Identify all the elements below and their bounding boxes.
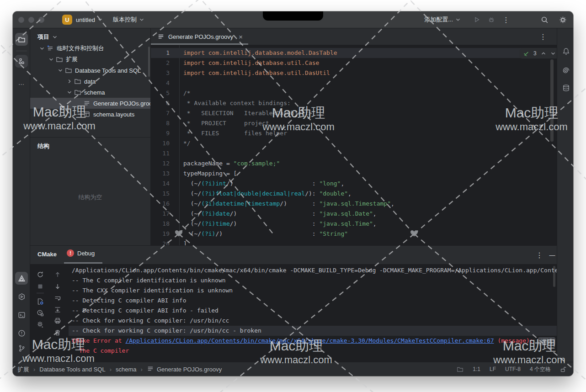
scroll-to-end-icon[interactable] [52, 304, 63, 315]
more-tool-windows-button[interactable]: ⋯ [15, 78, 28, 90]
database-tool-icon[interactable] [559, 81, 572, 94]
breadcrumb-item[interactable]: Database Tools and SQL [39, 366, 105, 373]
soft-wrap-icon[interactable] [52, 293, 63, 304]
notifications-bell-icon[interactable] [559, 45, 572, 58]
reload-cmake-icon[interactable] [35, 269, 46, 280]
kebab-menu-icon[interactable]: ⋮ [534, 249, 545, 260]
cmake-tool-button[interactable] [15, 272, 28, 285]
tree-item[interactable]: data [30, 76, 150, 87]
project-panel-header[interactable]: 项目 [30, 28, 150, 43]
console-line[interactable]: /Applications/CLion.app/Contents/bin/cma… [69, 265, 557, 275]
close-icon[interactable]: × [239, 33, 243, 41]
file-encoding[interactable]: UTF-8 [505, 366, 521, 372]
cmake-debug-tab[interactable]: ! Debug [67, 249, 95, 257]
code-line[interactable]: 1import com.intellij.database.model.DasT… [151, 48, 557, 58]
stop-icon[interactable] [35, 281, 46, 292]
indent-setting[interactable]: 4 个空格 [530, 366, 551, 373]
code-line[interactable]: 10*/ [151, 138, 557, 148]
search-icon[interactable] [538, 14, 550, 26]
chevron-down-icon[interactable] [57, 68, 64, 73]
code-line[interactable]: 2import com.intellij.database.util.Case [151, 58, 557, 68]
code-line[interactable]: 6 * Available context bindings: [151, 98, 557, 108]
code-line[interactable]: 15 (~/(?i)float|double|decimal|real/): "… [151, 189, 557, 199]
line-ending[interactable]: LF [490, 366, 496, 372]
code-line[interactable]: 12packageName = "com.sample;" [151, 159, 557, 169]
tree-item[interactable]: 临时文件和控制台 [30, 43, 150, 54]
console-line[interactable]: -- The C compiler identification is unkn… [69, 275, 557, 286]
breadcrumb-item[interactable]: Generate POJOs.groovy [157, 366, 222, 373]
project-tool-button[interactable] [15, 33, 28, 46]
kebab-menu-icon[interactable]: ⋮ [500, 14, 512, 26]
project-selector[interactable]: untitled [76, 16, 103, 23]
chevron-up-icon[interactable] [541, 51, 546, 56]
debug-button[interactable] [485, 14, 497, 26]
lock-open-icon[interactable] [560, 366, 567, 373]
code-line[interactable]: 19 (~/(?i)/) : "String" [151, 229, 557, 239]
console-line[interactable]: CMake Error at /Applications/CLion.app/C… [69, 336, 557, 346]
editor-tab[interactable]: Generate POJOs.groovy × [151, 28, 248, 45]
editor-scrollbar[interactable] [550, 59, 554, 142]
console-line[interactable]: -- Detecting C compiler ABI info [69, 296, 557, 306]
tree-item[interactable]: Database Tools and SQL [30, 65, 150, 76]
code-line[interactable]: 16 (~/(?i)datetime|timestamp/) : "java.s… [151, 199, 557, 209]
console-scrollbar[interactable] [553, 266, 555, 287]
code-line[interactable]: 18 (~/(?i)time/) : "java.sql.Time", [151, 219, 557, 229]
cmake-settings-file-icon[interactable] [35, 296, 46, 307]
code-line[interactable]: 4 [151, 78, 557, 88]
run-config-selector[interactable]: 添加配置... [424, 16, 461, 24]
console-line[interactable]: -- The CXX compiler identification is un… [69, 286, 557, 296]
code-line[interactable]: 5/* [151, 88, 557, 98]
ai-assistant-spiral-icon[interactable] [559, 64, 572, 77]
code-line[interactable]: 8 * PROJECT project [151, 118, 557, 128]
arrow-up-icon[interactable] [52, 269, 63, 280]
code-line[interactable]: 13typeMapping = [ [151, 169, 557, 179]
breadcrumb-item[interactable]: 扩展 [17, 366, 29, 373]
print-icon[interactable] [52, 315, 63, 326]
code-line[interactable]: 14 (~/(?i)int/) : "long", [151, 179, 557, 189]
clear-console-trash-icon[interactable] [52, 327, 63, 338]
tree-item[interactable]: 扩展 [30, 54, 150, 65]
minimize-panel-icon[interactable]: — [547, 249, 557, 260]
inspections-widget[interactable]: 3 [519, 48, 557, 58]
console-settings-gear-icon[interactable] [35, 319, 46, 330]
console-line[interactable]: -- Check for working C compiler: /usr/bi… [69, 326, 557, 336]
window-close-icon[interactable] [18, 17, 24, 23]
chevron-down-icon[interactable] [550, 51, 556, 56]
breadcrumb-item[interactable]: schema [116, 366, 137, 373]
code-line[interactable]: 7 * SELECTION Iterable<DasObject> [151, 108, 557, 118]
code-line[interactable]: 11 [151, 148, 557, 159]
code-line[interactable]: 17 (~/(?i)date/) : "java.sql.Date", [151, 209, 557, 219]
file-link[interactable]: /Applications/CLion.app/Contents/bin/cma… [125, 337, 494, 344]
vcs-widget[interactable]: 版本控制 [113, 16, 144, 24]
console-line[interactable]: -- Check for working C compiler: /usr/bi… [69, 316, 557, 326]
git-tool-button[interactable] [15, 342, 28, 355]
window-minimize-icon[interactable] [28, 17, 34, 23]
chevron-down-icon[interactable] [66, 90, 73, 95]
chevron-right-icon[interactable] [66, 79, 73, 84]
settings-gear-icon[interactable] [557, 14, 569, 26]
chevron-down-icon[interactable] [48, 57, 54, 62]
window-zoom-icon[interactable] [38, 17, 44, 23]
tree-item[interactable]: schema.layouts [30, 109, 150, 120]
tree-item[interactable]: schema [30, 87, 150, 98]
ide-window: U untitled 版本控制 添加配置... ⋮ ⋯ [13, 11, 573, 376]
tree-item[interactable]: Generate POJOs.groovy [30, 98, 150, 109]
code-line[interactable]: 3import com.intellij.database.util.DasUt… [151, 68, 557, 78]
build-history-icon[interactable] [35, 307, 46, 318]
problems-tool-button[interactable] [15, 327, 28, 339]
structure-tool-button[interactable] [15, 55, 28, 68]
run-button[interactable] [471, 14, 483, 26]
arrow-down-icon[interactable] [52, 281, 63, 292]
structure-panel-header[interactable]: 结构 [30, 138, 150, 152]
status-folder-icon[interactable] [457, 366, 463, 373]
code-line[interactable]: 9 * FILES files helper [151, 128, 557, 138]
services-tool-button[interactable] [15, 290, 28, 303]
console-line[interactable]: -- Detecting C compiler ABI info - faile… [69, 306, 557, 316]
project-scrollbar[interactable] [148, 47, 150, 77]
terminal-tool-button[interactable] [15, 308, 28, 321]
console-line[interactable]: The C compiler [69, 346, 557, 356]
caret-position[interactable]: 1:1 [473, 366, 480, 372]
chevron-down-icon[interactable] [38, 46, 45, 51]
code-line[interactable]: 20] [151, 239, 557, 245]
kebab-menu-icon[interactable]: ⋮ [539, 32, 547, 41]
